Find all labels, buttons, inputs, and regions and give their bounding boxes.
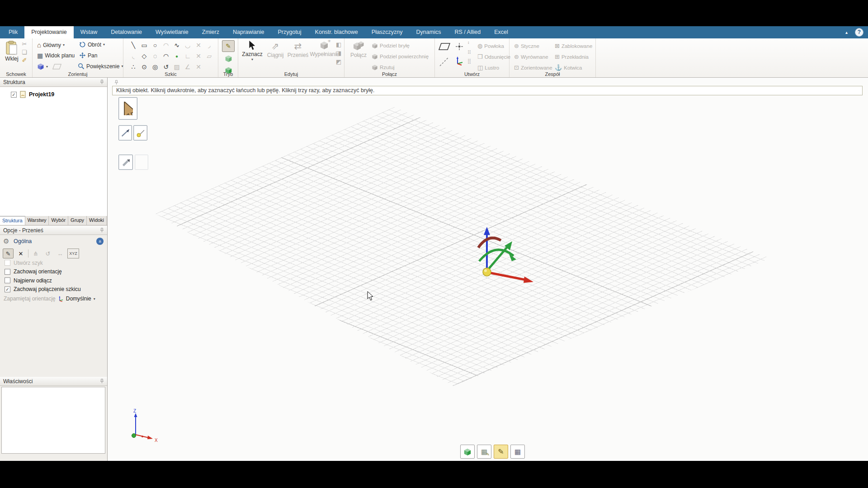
origin-handle[interactable] (483, 268, 491, 276)
solid-view-button[interactable] (460, 445, 475, 459)
split-solid-button[interactable]: Podziel bryłę (372, 42, 410, 49)
panel-tab-grupy[interactable]: Grupy (68, 216, 87, 225)
sketch-tool-icon[interactable]: ↺ (160, 61, 171, 72)
sketch-grid-plane[interactable] (156, 107, 770, 386)
general-section-header[interactable]: ⚙ Ogólna « (0, 237, 107, 247)
sketch-tool-icon[interactable]: ◠ (160, 51, 171, 61)
aligned-mate-button[interactable]: ⊜ Wyrównane (514, 53, 548, 60)
copy-icon[interactable]: ❏ (22, 49, 27, 56)
viewport-direction-tool-button[interactable] (118, 125, 132, 141)
split-tool-icon[interactable]: ◧ (336, 41, 341, 48)
menu-tab-naprawianie[interactable]: Naprawianie (226, 26, 271, 38)
offset-button[interactable]: ❒ Odsunięcie (477, 53, 510, 60)
cut-icon[interactable]: ✂ (22, 41, 27, 47)
sketch-mode-toggle-button[interactable]: ✎ (494, 445, 508, 459)
home-view-button[interactable]: ⌂ Główny ▾ (37, 41, 65, 49)
pin-icon[interactable] (99, 379, 104, 384)
chevron-down-icon[interactable]: ▾ (94, 297, 95, 301)
sketch-tool-icon[interactable]: ◇ (139, 51, 150, 61)
fill-button[interactable]: ✳ Wypełnianie (311, 41, 339, 57)
anchor-button[interactable]: ⚓ Kotwica (555, 64, 582, 71)
move-manipulator-triad[interactable] (469, 226, 542, 289)
panel-tab-wyb-r[interactable]: Wybór (49, 216, 68, 225)
menu-tab-przygotuj[interactable]: Przygotuj (271, 26, 308, 38)
shell-button[interactable]: ◍ Powłoka (477, 42, 504, 49)
panel-tab-warstwy[interactable]: Warstwy (25, 216, 49, 225)
tangent-mate-button[interactable]: ⊚ Styczne (514, 42, 539, 49)
pattern-icon[interactable]: ⠿ (467, 50, 471, 56)
menu-tab-rs-allied[interactable]: RS / Allied (448, 26, 487, 38)
split-tool-icon[interactable]: ◩ (336, 58, 341, 65)
viewport-pin-icon[interactable] (114, 80, 119, 85)
sketch-tool-icon[interactable]: ○ (150, 40, 160, 51)
menu-tab-wstaw[interactable]: Wstaw (74, 26, 104, 38)
menu-tab-detalowanie[interactable]: Detalowanie (104, 26, 149, 38)
gear-mate-button[interactable]: ⊞ Przekładnia (555, 53, 589, 60)
menu-tab-p-aszczyzny[interactable]: Płaszczyzny (365, 26, 410, 38)
mirror-button[interactable]: ◫ Lustro (477, 64, 499, 71)
sketch-mode-button[interactable]: ✎ (222, 40, 235, 52)
menu-tab-excel[interactable]: Excel (487, 26, 515, 38)
menu-tab-zmierz[interactable]: Zmierz (195, 26, 226, 38)
sketch-figures-button[interactable] (222, 52, 235, 64)
sketch-tool-icon[interactable]: ● (171, 51, 182, 61)
new-csys-icon[interactable] (455, 56, 464, 66)
viewport-3d[interactable]: Kliknij obiekt. Kliknij dwukrotnie, aby … (108, 78, 868, 461)
drag-button[interactable]: ⇗ Ciągnij (265, 41, 285, 58)
menu-tab-konstr-blachowe[interactable]: Konstr. blachowe (308, 26, 365, 38)
viewport-select-tool-button[interactable] (118, 97, 137, 120)
sketch-tool-icon[interactable]: ◌ (150, 51, 160, 61)
sketch-tool-icon[interactable]: ◎ (150, 61, 160, 72)
xyz-tool-icon[interactable]: XYZ (67, 249, 79, 258)
format-painter-icon[interactable]: ✐ (22, 57, 27, 64)
move-button[interactable]: ⇄ Przenieś (286, 41, 310, 58)
orientation-dropdown[interactable]: Domyślnie (66, 296, 91, 302)
sketch-tool-icon[interactable]: ∴ (128, 61, 139, 72)
x-axis-arrow[interactable] (488, 272, 527, 280)
tree-item-project[interactable]: ✓ Projekt19 (0, 87, 107, 98)
new-plane-icon[interactable] (439, 43, 450, 50)
new-axis-icon[interactable] (439, 56, 449, 67)
pan-button[interactable]: Pan (79, 52, 97, 59)
rotate-handle-arc[interactable] (478, 238, 501, 248)
checkbox[interactable] (5, 277, 10, 283)
view-cube-button[interactable]: ▾ (37, 63, 61, 70)
paste-button[interactable]: Wklej (3, 41, 21, 62)
pattern-icon[interactable]: ⠃ (467, 41, 471, 47)
viewport-anchor-point-tool-button[interactable] (133, 125, 147, 141)
detach-tool-icon[interactable]: ✕ (16, 249, 26, 258)
panel-tab-widoki[interactable]: Widoki (87, 216, 107, 225)
sketch-tool-icon[interactable]: ▭ (139, 40, 150, 51)
pin-icon[interactable] (99, 228, 104, 233)
menu-tab-wy-wietlanie[interactable]: Wyświetlanie (149, 26, 195, 38)
checkbox[interactable]: ✓ (5, 286, 10, 292)
oriented-mate-button[interactable]: ⊡ Zorientowane (514, 64, 552, 71)
rotate-tool-icon[interactable]: ↺ (43, 249, 53, 258)
split-surface-button[interactable]: Podziel powierzchnię (372, 53, 429, 60)
pattern-icon[interactable]: ⣿ (467, 58, 471, 64)
grid-settings-button[interactable]: ▦ (510, 445, 525, 459)
help-icon[interactable]: ? (855, 28, 863, 37)
unfold-icon[interactable] (52, 64, 61, 70)
sketch-tool-icon[interactable]: ∿ (171, 40, 182, 51)
move-sketch-tool-icon[interactable]: ✎ (3, 249, 14, 258)
viewport-extrude-tool-button[interactable] (118, 155, 133, 170)
join-button[interactable]: Połącz (348, 41, 369, 58)
new-point-icon[interactable] (455, 42, 464, 51)
sketch-tool-icon[interactable]: ╲ (128, 40, 139, 51)
rotate-button[interactable]: Obrót ▾ (79, 41, 105, 48)
dimension-tool-icon[interactable]: ↔ (55, 249, 65, 258)
project-button[interactable]: Rzutuj (372, 64, 395, 70)
select-button[interactable]: Zaznacz ▾ (241, 41, 264, 61)
clamp-tool-icon[interactable]: ⋔ (31, 249, 41, 258)
project-checkbox[interactable]: ✓ (11, 92, 17, 98)
collapse-ribbon-icon[interactable]: ▴ (845, 26, 848, 38)
panel-tab-struktura[interactable]: Struktura (0, 216, 25, 225)
locked-mate-button[interactable]: ⊠ Zablokowane (555, 42, 592, 49)
zoom-button[interactable]: Powiększenie ▾ (78, 63, 123, 70)
sketch-figures-button[interactable]: ▦ ✎ (477, 445, 491, 459)
menu-tab-dynamics[interactable]: Dynamics (410, 26, 448, 38)
sketch-tool-icon[interactable]: ⊙ (139, 61, 150, 72)
menu-tab-plik[interactable]: Plik (2, 26, 24, 38)
checkbox[interactable] (5, 269, 10, 275)
